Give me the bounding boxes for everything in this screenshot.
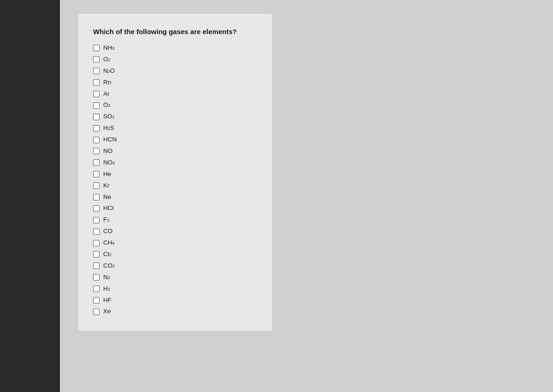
option-label-ch4: CH4 — [103, 239, 115, 247]
option-label-no2: NO2 — [103, 158, 115, 167]
option-item-rn[interactable]: Rn — [93, 78, 257, 87]
option-item-h2[interactable]: H2 — [93, 285, 257, 293]
checkbox-n2[interactable] — [93, 274, 100, 281]
checkbox-o2[interactable] — [93, 56, 100, 63]
option-label-so2: SO2 — [103, 112, 115, 121]
option-label-o3: O3 — [103, 101, 111, 110]
option-item-n2[interactable]: N2 — [93, 273, 257, 282]
option-label-f2: F2 — [103, 216, 109, 224]
checkbox-co2[interactable] — [93, 263, 100, 269]
checkbox-no2[interactable] — [93, 159, 100, 166]
left-panel — [0, 0, 60, 392]
option-label-nh3: NH3 — [103, 44, 115, 53]
option-item-o3[interactable]: O3 — [93, 101, 257, 110]
checkbox-he[interactable] — [93, 171, 100, 177]
option-item-h2s[interactable]: H2S — [93, 124, 257, 133]
option-label-he: He — [103, 170, 111, 179]
checkbox-hf[interactable] — [93, 297, 100, 304]
option-label-h2: H2 — [103, 285, 110, 293]
checkbox-rn[interactable] — [93, 79, 100, 86]
option-label-ne: Ne — [103, 193, 111, 202]
option-item-so2[interactable]: SO2 — [93, 112, 257, 121]
checkbox-kr[interactable] — [93, 182, 100, 189]
checkbox-ar[interactable] — [93, 91, 100, 97]
checkbox-hcl[interactable] — [93, 205, 100, 212]
option-label-no: NO — [103, 147, 112, 156]
option-item-o2[interactable]: O2 — [93, 55, 257, 64]
option-item-he[interactable]: He — [93, 170, 257, 179]
checkbox-cl2[interactable] — [93, 251, 100, 257]
option-item-no[interactable]: NO — [93, 147, 257, 156]
option-label-n2: N2 — [103, 273, 110, 282]
option-label-co: CO — [103, 227, 112, 236]
options-list: NH3O2N2ORnArO3SO2H2SHCNNONO2HeKrNeHClF2C… — [93, 44, 257, 316]
option-label-n2o: N2O — [103, 67, 115, 76]
option-item-hcl[interactable]: HCl — [93, 204, 257, 213]
checkbox-n2o[interactable] — [93, 68, 100, 74]
option-item-xe[interactable]: Xe — [93, 307, 257, 316]
option-item-ar[interactable]: Ar — [93, 90, 257, 99]
option-item-cl2[interactable]: Cl2 — [93, 250, 257, 259]
checkbox-so2[interactable] — [93, 114, 100, 120]
checkbox-ne[interactable] — [93, 194, 100, 200]
option-item-nh3[interactable]: NH3 — [93, 44, 257, 53]
option-item-co2[interactable]: CO2 — [93, 262, 257, 270]
option-label-h2s: H2S — [103, 124, 114, 133]
option-item-hcn[interactable]: HCN — [93, 135, 257, 144]
option-label-rn: Rn — [103, 78, 111, 87]
option-label-o2: O2 — [103, 55, 111, 64]
question-title: Which of the following gases are element… — [93, 27, 257, 36]
option-label-hcl: HCl — [103, 204, 114, 213]
option-item-n2o[interactable]: N2O — [93, 67, 257, 76]
main-content: Which of the following gases are element… — [60, 0, 553, 392]
option-label-cl2: Cl2 — [103, 250, 112, 259]
checkbox-nh3[interactable] — [93, 45, 100, 51]
checkbox-o3[interactable] — [93, 102, 100, 109]
checkbox-xe[interactable] — [93, 309, 100, 315]
option-label-hf: HF — [103, 296, 112, 305]
option-label-hcn: HCN — [103, 135, 117, 144]
option-item-ch4[interactable]: CH4 — [93, 239, 257, 247]
option-item-ne[interactable]: Ne — [93, 193, 257, 202]
checkbox-ch4[interactable] — [93, 240, 100, 246]
checkbox-f2[interactable] — [93, 217, 100, 223]
option-label-co2: CO2 — [103, 262, 115, 270]
question-card: Which of the following gases are element… — [78, 14, 272, 331]
option-item-no2[interactable]: NO2 — [93, 158, 257, 167]
option-item-hf[interactable]: HF — [93, 296, 257, 305]
option-label-xe: Xe — [103, 307, 111, 316]
checkbox-h2s[interactable] — [93, 125, 100, 132]
checkbox-co[interactable] — [93, 228, 100, 235]
checkbox-no[interactable] — [93, 148, 100, 154]
checkbox-hcn[interactable] — [93, 137, 100, 143]
option-label-ar: Ar — [103, 90, 110, 99]
option-item-f2[interactable]: F2 — [93, 216, 257, 224]
option-item-kr[interactable]: Kr — [93, 181, 257, 190]
checkbox-h2[interactable] — [93, 286, 100, 292]
option-label-kr: Kr — [103, 181, 110, 190]
option-item-co[interactable]: CO — [93, 227, 257, 236]
